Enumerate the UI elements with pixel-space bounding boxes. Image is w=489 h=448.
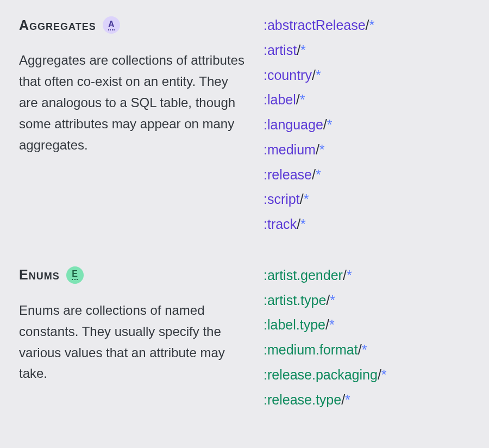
aggregates-item-name-link[interactable]: :script [264,191,300,207]
aggregates-heading-row: AggregatesA [19,16,247,34]
aggregates-item-wildcard-link[interactable]: * [316,67,321,83]
aggregates-right-column: :abstractRelease/*:artist/*:country/*:la… [264,16,470,234]
enums-item-wildcard-link[interactable]: * [345,392,350,407]
enums-item-name-link[interactable]: :release.type [264,392,341,407]
slash-separator: / [343,267,347,283]
aggregates-item-wildcard-link[interactable]: * [316,167,321,182]
enums-item-name-link[interactable]: :artist.type [264,293,326,308]
enums-item-wildcard-link[interactable]: * [329,317,335,332]
aggregates-badge-letter: A [108,20,115,30]
aggregates-item-name-link[interactable]: :abstractRelease [264,17,366,33]
enums-list-item: :medium.format/* [264,341,470,359]
aggregates-section: AggregatesAAggregates are collections of… [19,16,470,234]
aggregates-list-item: :medium/* [264,141,470,159]
enums-item-name-link[interactable]: :artist.gender [264,267,343,283]
aggregates-item-wildcard-link[interactable]: * [327,117,333,132]
slash-separator: / [323,117,327,132]
aggregates-item-name-link[interactable]: :country [264,67,312,83]
aggregates-item-wildcard-link[interactable]: * [304,191,309,207]
aggregates-list-item: :release/* [264,166,470,184]
slash-separator: / [312,67,316,83]
enums-item-wildcard-link[interactable]: * [362,342,367,357]
slash-separator: / [366,17,369,33]
enums-left-column: EnumsEEnums are collections of named con… [19,266,247,409]
slash-separator: / [312,167,316,182]
aggregates-list-item: :track/* [264,215,470,234]
aggregates-item-name-link[interactable]: :release [264,167,312,182]
enums-badge: E [66,266,84,284]
aggregates-list-item: :country/* [264,66,470,85]
slash-separator: / [316,142,319,157]
aggregates-list-item: :language/* [264,116,470,134]
aggregates-left-column: AggregatesAAggregates are collections of… [19,16,247,234]
slash-separator: / [378,367,381,382]
enums-list: :artist.gender/*:artist.type/*:label.typ… [264,266,470,409]
enums-list-item: :release.packaging/* [264,366,470,384]
enums-list-item: :artist.type/* [264,291,470,310]
aggregates-item-wildcard-link[interactable]: * [369,17,375,33]
aggregates-item-wildcard-link[interactable]: * [300,92,305,107]
enums-item-name-link[interactable]: :label.type [264,317,325,332]
enums-description: Enums are collections of named constants… [19,300,247,385]
aggregates-item-name-link[interactable]: :label [264,92,296,107]
aggregates-list-item: :label/* [264,91,470,109]
aggregates-item-name-link[interactable]: :medium [264,142,316,157]
slash-separator: / [358,342,362,357]
aggregates-badge: A [103,16,120,34]
enums-section: EnumsEEnums are collections of named con… [19,266,470,409]
slash-separator: / [296,92,300,107]
aggregates-description: Aggregates are collections of attributes… [19,50,247,155]
aggregates-item-name-link[interactable]: :track [264,216,297,232]
aggregates-item-name-link[interactable]: :artist [264,42,297,58]
slash-separator: / [325,317,329,332]
aggregates-list-item: :abstractRelease/* [264,16,470,35]
enums-item-wildcard-link[interactable]: * [347,267,352,283]
enums-list-item: :release.type/* [264,391,470,409]
aggregates-list: :abstractRelease/*:artist/*:country/*:la… [264,16,470,234]
enums-right-column: :artist.gender/*:artist.type/*:label.typ… [264,266,470,409]
enums-heading: Enums [19,267,60,283]
aggregates-list-item: :artist/* [264,41,470,60]
enums-item-name-link[interactable]: :medium.format [264,342,358,357]
enums-item-name-link[interactable]: :release.packaging [264,367,378,382]
enums-badge-letter: E [72,270,78,280]
enums-list-item: :artist.gender/* [264,266,470,285]
aggregates-list-item: :script/* [264,190,470,209]
enums-item-wildcard-link[interactable]: * [381,367,387,382]
enums-heading-row: EnumsE [19,266,247,284]
slash-separator: / [300,191,304,207]
enums-list-item: :label.type/* [264,316,470,334]
aggregates-item-wildcard-link[interactable]: * [300,42,306,58]
aggregates-item-name-link[interactable]: :language [264,117,323,132]
aggregates-heading: Aggregates [19,17,96,33]
aggregates-item-wildcard-link[interactable]: * [319,142,325,157]
aggregates-item-wildcard-link[interactable]: * [300,216,306,232]
enums-item-wildcard-link[interactable]: * [330,293,335,308]
